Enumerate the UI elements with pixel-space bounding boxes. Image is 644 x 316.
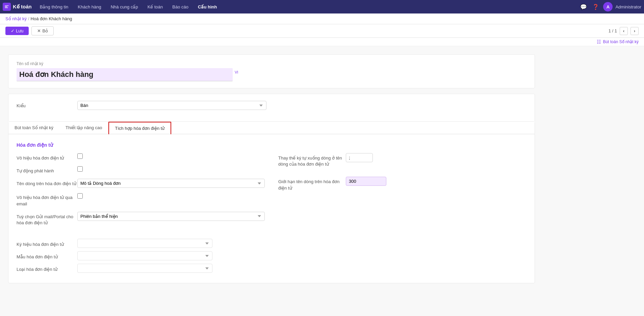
gioi-han-row: Giới hạn tên dòng trên hóa đơn điện tử bbox=[278, 177, 526, 191]
vo-hieu-email-row: Vô hiệu hóa đơn điện tử qua email bbox=[17, 193, 265, 207]
einvoice-grid: Vô hiệu hóa đơn điện tử Tự động phát hàn… bbox=[17, 153, 526, 231]
discard-button[interactable]: ✕ Bỏ bbox=[31, 26, 54, 35]
save-label: Lưu bbox=[16, 28, 23, 33]
tu-dong-label: Tự động phát hành bbox=[17, 166, 77, 174]
tabs-content: Hóa đơn điện tử Vô hiệu hóa đơn điện tử bbox=[8, 134, 535, 283]
breadcrumb-separator: / bbox=[28, 16, 29, 21]
loai-select[interactable] bbox=[77, 264, 212, 273]
lang-badge: VI bbox=[235, 70, 238, 74]
tuy-chon-select[interactable]: Phiên bản thể hiện Tùy chọn khác bbox=[77, 212, 265, 221]
chat-icon[interactable]: 💬 bbox=[579, 2, 588, 11]
journal-name-input[interactable] bbox=[17, 68, 233, 81]
journal-entries-icon: ☷ bbox=[597, 39, 601, 45]
kieu-section: Kiểu Bán Mua Tiền mặt Ngân hàng Linh tin… bbox=[8, 94, 535, 121]
tuy-chon-row: Tuỳ chọn Gửi mail/Portal cho hóa đơn điệ… bbox=[17, 212, 265, 226]
discard-x-icon: ✕ bbox=[37, 28, 41, 33]
username: Administrator bbox=[615, 4, 641, 9]
vo-hieu-checkbox[interactable] bbox=[77, 153, 83, 159]
loai-label: Loại hóa đơn điện tử bbox=[17, 265, 77, 272]
vo-hieu-email-label: Vô hiệu hóa đơn điện tử qua email bbox=[17, 193, 77, 207]
right-col: Thay thế ký tự xuống dòng ở tên dòng của… bbox=[278, 153, 526, 231]
tabs-section: Bút toán Số nhật ký Thiết lập nâng cao T… bbox=[8, 121, 535, 283]
loai-row: Loại hóa đơn điện tử bbox=[17, 264, 526, 273]
kieu-label: Kiểu bbox=[17, 101, 77, 109]
einvoice-heading: Hóa đơn điện tử bbox=[17, 142, 526, 148]
top-navigation: Kế toán Bảng thông tin Khách hàng Nhà cu… bbox=[0, 0, 644, 13]
nav-cau-hinh[interactable]: Cấu hình bbox=[194, 3, 221, 11]
tab-tich-hop[interactable]: Tích hợp hóa đơn điện tử bbox=[108, 122, 172, 134]
toolbar: ✓ Lưu ✕ Bỏ 1 / 1 ‹ › bbox=[0, 24, 644, 38]
tab-but-toan[interactable]: Bút toán Số nhật ký bbox=[8, 122, 59, 134]
kieu-row: Kiểu Bán Mua Tiền mặt Ngân hàng Linh tin… bbox=[17, 101, 526, 110]
nav-nha-cung-cap[interactable]: Nhà cung cấp bbox=[107, 3, 142, 11]
nav-khach-hang[interactable]: Khách hàng bbox=[74, 3, 105, 11]
save-check-icon: ✓ bbox=[11, 28, 15, 33]
vo-hieu-email-checkbox[interactable] bbox=[77, 193, 83, 199]
main-content: Tên số nhật ký VI Kiểu Bán Mua Tiền mặt … bbox=[0, 46, 644, 316]
pager-prev[interactable]: ‹ bbox=[620, 27, 628, 35]
bottom-fields: Ký hiệu hóa đơn điện tử Mẫu hóa đơn điện… bbox=[17, 239, 526, 273]
app-logo[interactable]: Kế toán bbox=[3, 3, 32, 11]
vo-hieu-label: Vô hiệu hóa đơn điện tử bbox=[17, 153, 77, 161]
nav-bang-thong-tin[interactable]: Bảng thông tin bbox=[36, 3, 73, 11]
tu-dong-row: Tự động phát hành bbox=[17, 166, 265, 174]
mau-select[interactable] bbox=[77, 251, 212, 260]
context-bar-label: Bút toán Số nhật ký bbox=[603, 39, 639, 44]
discard-label: Bỏ bbox=[42, 28, 48, 33]
thay-the-label: Thay thế ký tự xuống dòng ở tên dòng của… bbox=[278, 153, 346, 167]
breadcrumb-current: Hoá đơn Khách hàng bbox=[31, 16, 72, 21]
ten-dong-select[interactable]: Mô tả Dòng hoá đơn Tên sản phẩm Mã sản p… bbox=[77, 179, 265, 188]
gioi-han-label: Giới hạn tên dòng trên hóa đơn điện tử bbox=[278, 177, 346, 191]
thay-the-row: Thay thế ký tự xuống dòng ở tên dòng của… bbox=[278, 153, 526, 167]
help-icon[interactable]: ❓ bbox=[591, 2, 600, 11]
ky-hieu-select[interactable] bbox=[77, 239, 212, 248]
nav-right: 💬 ❓ A Administrator bbox=[579, 2, 641, 11]
kieu-select[interactable]: Bán Mua Tiền mặt Ngân hàng Linh tinh bbox=[77, 101, 266, 110]
nav-ke-toan[interactable]: Kế toán bbox=[144, 3, 167, 11]
breadcrumb-parent[interactable]: Số nhật ký bbox=[5, 16, 27, 21]
tabs-bar: Bút toán Số nhật ký Thiết lập nâng cao T… bbox=[8, 122, 535, 134]
ky-hieu-row: Ký hiệu hóa đơn điện tử bbox=[17, 239, 526, 248]
nav-bao-cao[interactable]: Báo cáo bbox=[168, 3, 192, 11]
pager-next[interactable]: › bbox=[630, 27, 639, 35]
context-bar: ☷ Bút toán Số nhật ký bbox=[0, 38, 644, 46]
pager-text: 1 / 1 bbox=[609, 28, 617, 33]
avatar[interactable]: A bbox=[603, 2, 613, 11]
save-button[interactable]: ✓ Lưu bbox=[5, 27, 29, 35]
logo-icon bbox=[3, 3, 11, 11]
left-col: Vô hiệu hóa đơn điện tử Tự động phát hàn… bbox=[17, 153, 265, 231]
tu-dong-checkbox[interactable] bbox=[77, 166, 83, 172]
gioi-han-input[interactable] bbox=[346, 177, 386, 186]
breadcrumb: Số nhật ký / Hoá đơn Khách hàng bbox=[0, 13, 644, 24]
journal-name-field-label: Tên số nhật ký bbox=[17, 61, 526, 66]
thay-the-input[interactable] bbox=[346, 153, 373, 162]
mau-row: Mẫu hóa đơn điện tử bbox=[17, 251, 526, 260]
mau-label: Mẫu hóa đơn điện tử bbox=[17, 252, 77, 259]
app-name: Kế toán bbox=[13, 4, 32, 10]
vo-hieu-row: Vô hiệu hóa đơn điện tử bbox=[17, 153, 265, 161]
toolbar-right: 1 / 1 ‹ › bbox=[609, 27, 639, 35]
journal-name-section: Tên số nhật ký VI bbox=[8, 54, 535, 88]
journal-entries-btn[interactable]: ☷ Bút toán Số nhật ký bbox=[597, 39, 639, 45]
tab-thiet-lap[interactable]: Thiết lập nâng cao bbox=[59, 122, 108, 134]
ky-hieu-label: Ký hiệu hóa đơn điện tử bbox=[17, 240, 77, 247]
kieu-value: Bán Mua Tiền mặt Ngân hàng Linh tinh bbox=[77, 101, 526, 110]
ten-dong-label: Tên dòng trên hóa đơn điện tử bbox=[17, 179, 77, 187]
tuy-chon-label: Tuỳ chọn Gửi mail/Portal cho hóa đơn điệ… bbox=[17, 212, 77, 226]
ten-dong-row: Tên dòng trên hóa đơn điện tử Mô tả Dòng… bbox=[17, 179, 265, 188]
